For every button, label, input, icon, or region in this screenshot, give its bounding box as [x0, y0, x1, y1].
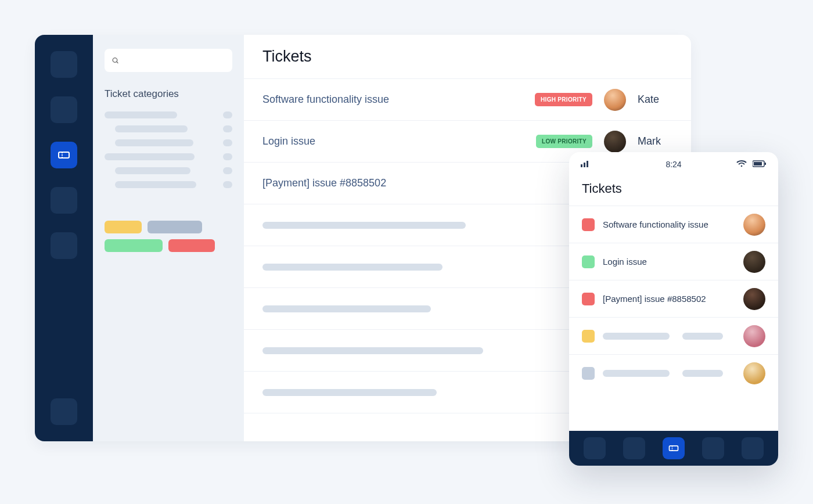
- priority-square: [582, 255, 595, 268]
- mobile-ticket-row[interactable]: [Payment] issue #8858502: [569, 280, 778, 317]
- tag-filter[interactable]: [105, 221, 142, 233]
- category-count-skeleton: [223, 167, 232, 174]
- mobile-ticket-title: Login issue: [603, 257, 735, 267]
- mobile-ticket-row[interactable]: Software functionality issue: [569, 206, 778, 243]
- category-label-skeleton: [105, 111, 177, 118]
- svg-rect-9: [670, 446, 678, 451]
- ticket-title-skeleton: [262, 222, 466, 229]
- assignee-avatar: [743, 214, 765, 236]
- tag-filters: [105, 221, 232, 252]
- assignee-name: Kate: [638, 93, 672, 106]
- priority-square: [582, 330, 595, 343]
- nav-item-tickets[interactable]: [51, 142, 77, 168]
- svg-point-5: [741, 165, 743, 167]
- title-skeleton: [603, 370, 670, 377]
- tag-filter[interactable]: [148, 221, 202, 233]
- ticket-title-skeleton: [262, 389, 437, 396]
- title-skeleton: [682, 370, 723, 377]
- category-item[interactable]: [93, 122, 244, 136]
- svg-rect-0: [59, 152, 69, 158]
- search-icon: [111, 55, 119, 66]
- ticket-title: [Payment] issue #8858502: [262, 177, 386, 189]
- ticket-icon: [668, 442, 679, 454]
- priority-badge: HIGH PRIORITY: [535, 93, 592, 106]
- assignee-avatar: [604, 89, 626, 111]
- page-title: Tickets: [262, 48, 672, 66]
- main-header: Tickets: [244, 35, 691, 79]
- svg-rect-4: [587, 161, 588, 167]
- title-skeleton: [603, 333, 670, 340]
- nav-item-2[interactable]: [51, 96, 77, 123]
- ticket-title-skeleton: [262, 347, 483, 354]
- search-field[interactable]: [124, 56, 225, 65]
- priority-square: [582, 218, 595, 231]
- svg-rect-3: [584, 163, 585, 167]
- svg-rect-8: [765, 163, 766, 165]
- signal-icon: [581, 160, 590, 169]
- sidebar: Ticket categories: [93, 35, 244, 441]
- priority-square: [582, 367, 595, 380]
- category-label-skeleton: [115, 167, 190, 174]
- mobile-app: 8:24 Tickets Software functionality issu…: [569, 152, 778, 466]
- nav-rail: [35, 35, 93, 441]
- priority-badge: LOW PRIORITY: [536, 135, 592, 148]
- mobile-ticket-row[interactable]: Login issue: [569, 243, 778, 280]
- mobile-nav: [569, 431, 778, 466]
- priority-square: [582, 293, 595, 305]
- category-label-skeleton: [115, 125, 188, 132]
- assignee-avatar: [743, 362, 765, 384]
- svg-point-1: [113, 58, 117, 63]
- mobile-nav-2[interactable]: [623, 437, 645, 459]
- mobile-nav-tickets[interactable]: [663, 437, 685, 459]
- category-item[interactable]: [93, 164, 244, 178]
- mobile-title: Tickets: [582, 181, 765, 196]
- mobile-nav-4[interactable]: [702, 437, 724, 459]
- nav-item-1[interactable]: [51, 51, 77, 78]
- category-count-skeleton: [223, 111, 232, 118]
- assignee-avatar: [743, 325, 765, 347]
- battery-icon: [753, 160, 767, 169]
- category-count-skeleton: [223, 139, 232, 146]
- assignee-avatar: [743, 251, 765, 273]
- ticket-title-skeleton: [262, 305, 431, 312]
- nav-item-5[interactable]: [51, 232, 77, 259]
- mobile-ticket-title: [Payment] issue #8858502: [603, 294, 735, 304]
- category-item[interactable]: [93, 108, 244, 122]
- category-item[interactable]: [93, 136, 244, 150]
- category-label-skeleton: [115, 181, 196, 188]
- nav-item-bottom[interactable]: [51, 398, 77, 425]
- assignee-name: Mark: [638, 135, 672, 147]
- category-item[interactable]: [93, 150, 244, 164]
- category-label-skeleton: [115, 139, 193, 146]
- assignee-avatar: [604, 131, 626, 153]
- ticket-title-skeleton: [262, 264, 443, 271]
- svg-rect-2: [581, 164, 582, 167]
- category-item[interactable]: [93, 178, 244, 192]
- mobile-nav-5[interactable]: [742, 437, 764, 459]
- mobile-ticket-row-skeleton: [569, 354, 778, 391]
- category-label-skeleton: [105, 153, 195, 160]
- category-count-skeleton: [223, 153, 232, 160]
- category-count-skeleton: [223, 181, 232, 188]
- assignee-avatar: [743, 288, 765, 310]
- category-list: [93, 108, 244, 192]
- categories-heading: Ticket categories: [105, 88, 232, 100]
- svg-rect-7: [754, 162, 762, 165]
- mobile-ticket-row-skeleton: [569, 317, 778, 354]
- ticket-row[interactable]: Software functionality issueHIGH PRIORIT…: [244, 79, 691, 121]
- wifi-icon: [736, 160, 747, 170]
- tag-filter[interactable]: [168, 239, 215, 252]
- clock: 8:24: [665, 160, 681, 169]
- status-bar: 8:24: [569, 152, 778, 177]
- category-count-skeleton: [223, 125, 232, 132]
- ticket-icon: [57, 148, 71, 162]
- title-skeleton: [682, 333, 723, 340]
- tag-filter[interactable]: [105, 239, 163, 252]
- mobile-nav-1[interactable]: [584, 437, 606, 459]
- ticket-title: Software functionality issue: [262, 93, 389, 106]
- mobile-header: Tickets: [569, 177, 778, 206]
- ticket-title: Login issue: [262, 135, 315, 147]
- nav-item-4[interactable]: [51, 187, 77, 214]
- search-input[interactable]: [105, 49, 232, 72]
- mobile-ticket-title: Software functionality issue: [603, 219, 735, 229]
